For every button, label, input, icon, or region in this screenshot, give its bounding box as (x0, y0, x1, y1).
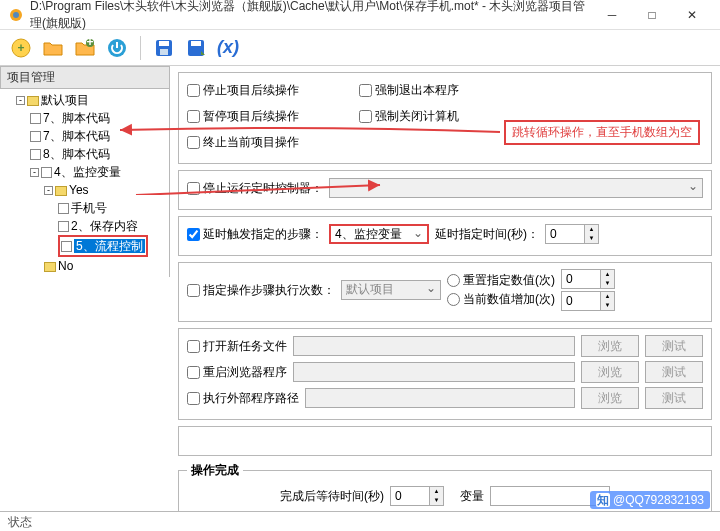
force-quit-check[interactable]: 强制退出本程序 (359, 82, 459, 99)
save-button[interactable] (149, 33, 179, 63)
add-folder-button[interactable]: + (70, 33, 100, 63)
reset-count-radio[interactable]: 重置指定数值(次) (447, 272, 555, 289)
folder-icon (44, 262, 56, 272)
tree-root[interactable]: 默认项目 (41, 93, 89, 107)
stop-timer-check[interactable]: 停止运行定时控制器： (187, 180, 323, 197)
collapse-icon[interactable]: - (44, 186, 53, 195)
tree-item[interactable]: 手机号 (71, 201, 107, 215)
tree-no[interactable]: No (58, 259, 73, 273)
exec-count-check[interactable]: 指定操作步骤执行次数： (187, 282, 335, 299)
reset-count-spin[interactable]: ▲▼ (561, 269, 615, 289)
stop-timer-select (329, 178, 703, 198)
force-close-check[interactable]: 强制关闭计算机 (359, 108, 459, 125)
item-icon (41, 167, 52, 178)
end-current-check[interactable]: 终止当前项目操作 (187, 134, 299, 151)
svg-point-1 (13, 12, 19, 18)
folder-icon (55, 186, 67, 196)
tree-item[interactable]: 7、脚本代码 (43, 129, 110, 143)
browse-button-2: 浏览 (581, 361, 639, 383)
group-exec-count: 指定操作步骤执行次数： 默认项目 重置指定数值(次) 当前数值增加(次) ▲▼ … (178, 262, 712, 322)
tree-highlight: 5、流程控制 (58, 235, 148, 257)
delay-step-check[interactable]: 延时触发指定的步骤： (187, 226, 323, 243)
complete-legend: 操作完成 (187, 462, 243, 479)
tree-item-selected[interactable]: 5、流程控制 (74, 239, 145, 253)
stop-after-check[interactable]: 停止项目后续操作 (187, 82, 299, 99)
power-button[interactable] (102, 33, 132, 63)
project-icon (27, 96, 39, 106)
browse-button-3: 浏览 (581, 387, 639, 409)
add-count-spin[interactable]: ▲▼ (561, 291, 615, 311)
variable-button[interactable]: (x) (213, 33, 243, 63)
svg-text:+: + (86, 37, 93, 49)
zhihu-icon: 知 (596, 493, 610, 507)
open-task-path (293, 336, 575, 356)
svg-rect-8 (159, 41, 169, 46)
tree-item[interactable]: 8、脚本代码 (43, 147, 110, 161)
test-button-3: 测试 (645, 387, 703, 409)
exec-count-select: 默认项目 (341, 280, 441, 300)
collapse-icon[interactable]: - (16, 96, 25, 105)
tree-panel-header: 项目管理 (0, 66, 170, 89)
open-task-check[interactable]: 打开新任务文件 (187, 338, 287, 355)
titlebar: D:\Program Files\木头软件\木头浏览器（旗舰版)\Cache\默… (0, 0, 720, 30)
tree-yes[interactable]: Yes (69, 183, 89, 197)
group-files: 打开新任务文件浏览测试 重启浏览器程序浏览测试 执行外部程序路径浏览测试 (178, 328, 712, 420)
annotation-callout: 跳转循环操作，直至手机数组为空 (504, 120, 700, 145)
wait-label: 完成后等待时间(秒) (280, 488, 384, 505)
tree-item[interactable]: 2、保存内容 (71, 219, 138, 233)
delay-step-select[interactable]: 4、监控变量 (329, 224, 429, 244)
item-icon (30, 113, 41, 124)
collapse-icon[interactable]: - (30, 168, 39, 177)
svg-rect-11 (191, 41, 201, 46)
close-button[interactable]: ✕ (672, 1, 712, 29)
exec-ext-check[interactable]: 执行外部程序路径 (187, 390, 299, 407)
open-button[interactable] (38, 33, 68, 63)
maximize-button[interactable]: □ (632, 1, 672, 29)
restart-path (293, 362, 575, 382)
group-spacer (178, 426, 712, 456)
tree-item[interactable]: 7、脚本代码 (43, 111, 110, 125)
project-tree[interactable]: -默认项目 7、脚本代码 7、脚本代码 8、脚本代码 -4、监控变量 -Yes … (0, 89, 170, 277)
window-title: D:\Program Files\木头软件\木头浏览器（旗舰版)\Cache\默… (30, 0, 592, 32)
restart-browser-check[interactable]: 重启浏览器程序 (187, 364, 287, 381)
new-project-button[interactable]: + (6, 33, 36, 63)
wait-spin[interactable]: ▲▼ (390, 486, 444, 506)
pause-after-check[interactable]: 暂停项目后续操作 (187, 108, 299, 125)
app-icon (8, 7, 24, 23)
delay-time-label: 延时指定时间(秒)： (435, 226, 539, 243)
var-label: 变量 (460, 488, 484, 505)
statusbar: 状态 (0, 511, 720, 531)
add-count-radio[interactable]: 当前数值增加(次) (447, 291, 555, 308)
group-timer: 停止运行定时控制器： (178, 170, 712, 210)
exec-ext-path (305, 388, 575, 408)
toolbar: + + (x) (0, 30, 720, 66)
group-actions: 停止项目后续操作 暂停项目后续操作 终止当前项目操作 强制退出本程序 强制关闭计… (178, 72, 712, 164)
save-as-button[interactable] (181, 33, 211, 63)
test-button-2: 测试 (645, 361, 703, 383)
toolbar-separator (140, 36, 141, 60)
svg-rect-9 (160, 49, 168, 55)
watermark: 知@QQ792832193 (590, 491, 710, 509)
tree-item[interactable]: 4、监控变量 (54, 165, 121, 179)
item-icon (30, 149, 41, 160)
svg-text:+: + (17, 41, 24, 55)
item-icon (58, 203, 69, 214)
item-icon (58, 221, 69, 232)
delay-time-spin[interactable]: ▲▼ (545, 224, 599, 244)
test-button-1: 测试 (645, 335, 703, 357)
item-icon (30, 131, 41, 142)
minimize-button[interactable]: ─ (592, 1, 632, 29)
browse-button-1: 浏览 (581, 335, 639, 357)
item-icon (61, 241, 72, 252)
group-delay: 延时触发指定的步骤： 4、监控变量 延时指定时间(秒)： ▲▼ (178, 216, 712, 256)
